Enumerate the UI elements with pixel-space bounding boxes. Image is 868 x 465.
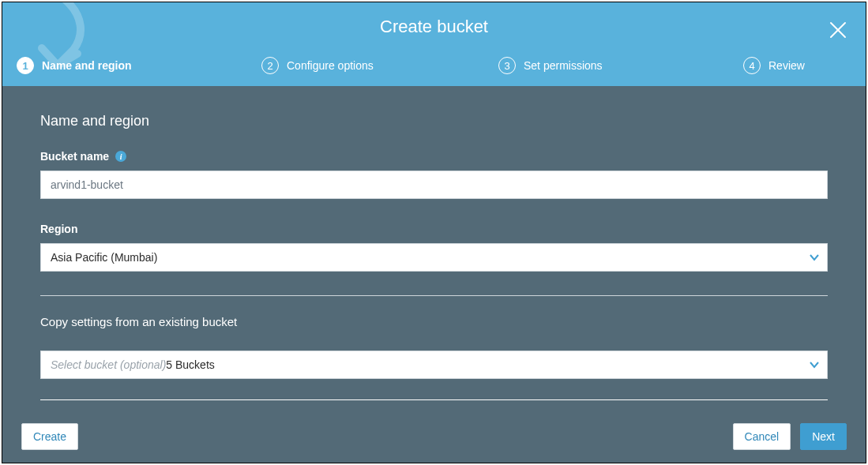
next-button[interactable]: Next [800,423,847,450]
bucket-name-group: Bucket name i [40,150,828,199]
step-review[interactable]: 4 Review [743,57,805,74]
copy-bucket-select[interactable]: Select bucket (optional)5 Buckets [40,351,828,379]
copy-bucket-count: 5 Buckets [166,358,214,371]
wizard-steps: 1 Name and region 2 Configure options 3 … [2,51,866,86]
step-number-icon: 1 [17,57,34,74]
step-number-icon: 3 [498,57,516,74]
step-label: Review [768,59,805,72]
divider [40,399,828,400]
footer-right-group: Cancel Next [733,423,847,450]
copy-bucket-placeholder: Select bucket (optional) [51,358,166,371]
bucket-name-label-row: Bucket name i [40,150,828,163]
region-label: Region [40,223,77,235]
bucket-name-input[interactable] [40,171,828,199]
step-label: Set permissions [524,59,603,72]
step-number-icon: 4 [743,57,761,74]
create-bucket-modal: Create bucket 1 Name and region 2 Config… [2,2,866,463]
close-icon[interactable] [829,21,847,39]
region-select-value: Asia Pacific (Mumbai) [40,243,828,272]
region-group: Region Asia Pacific (Mumbai) [40,223,828,272]
create-button[interactable]: Create [21,423,78,450]
step-label: Configure options [287,59,374,72]
step-number-icon: 2 [261,57,279,74]
step-name-and-region[interactable]: 1 Name and region [17,57,261,74]
copy-settings-label: Copy settings from an existing bucket [40,315,828,328]
step-set-permissions[interactable]: 3 Set permissions [498,57,743,74]
cancel-button[interactable]: Cancel [733,423,791,450]
info-icon[interactable]: i [115,151,126,162]
step-label: Name and region [42,59,132,72]
region-select[interactable]: Asia Pacific (Mumbai) [40,243,828,272]
step-configure-options[interactable]: 2 Configure options [261,57,498,74]
modal-body: Name and region Bucket name i Region Asi… [2,86,866,411]
modal-footer: Create Cancel Next [2,411,866,463]
section-title: Name and region [40,113,828,129]
modal-title: Create bucket [2,17,866,37]
copy-bucket-select-value: Select bucket (optional)5 Buckets [40,351,828,379]
modal-header: Create bucket 1 Name and region 2 Config… [2,2,866,86]
region-label-row: Region [40,223,828,235]
bucket-name-label: Bucket name [40,150,109,163]
divider [40,295,828,296]
